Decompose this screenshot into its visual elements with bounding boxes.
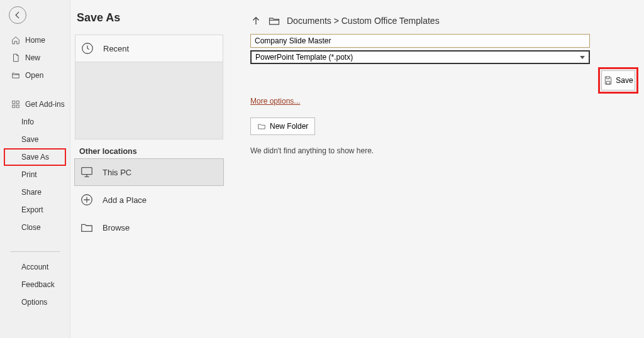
nav-label: Open — [25, 71, 43, 80]
nav-new[interactable]: New — [0, 49, 70, 67]
arrow-up-icon — [250, 15, 262, 26]
locations-column: Save As Recent Other locations This PC A… — [70, 0, 231, 338]
nav-label: Home — [25, 36, 45, 45]
nav-label: Feedback — [21, 280, 55, 289]
browse-folder-icon — [80, 221, 94, 234]
svg-rect-2 — [13, 105, 15, 107]
empty-folder-message: We didn't find anything to show here. — [250, 146, 635, 155]
nav-save-as[interactable]: Save As — [4, 148, 66, 166]
clock-icon — [80, 41, 94, 55]
nav-label: Account — [21, 263, 48, 271]
nav-info[interactable]: Info — [0, 113, 70, 131]
nav-save[interactable]: Save — [0, 131, 70, 148]
folder-icon — [257, 122, 266, 131]
nav-label: Share — [21, 188, 42, 197]
location-browse[interactable]: Browse — [74, 214, 224, 241]
svg-rect-0 — [13, 101, 15, 104]
nav-label: Print — [21, 170, 37, 179]
backstage-sidebar: Home New Open Get Add-ins Info Save Save… — [0, 0, 70, 338]
nav-label: Info — [21, 117, 34, 126]
new-folder-button[interactable]: New Folder — [250, 117, 315, 135]
nav-label: Save As — [21, 153, 49, 161]
nav-label: Export — [21, 205, 43, 214]
nav-divider — [10, 251, 60, 252]
page-title: Save As — [77, 11, 224, 25]
more-options-link[interactable]: More options... — [250, 97, 300, 106]
svg-rect-1 — [16, 101, 19, 104]
nav-export[interactable]: Export — [0, 201, 70, 219]
nav-label: Get Add-ins — [25, 100, 65, 109]
location-label: Browse — [103, 223, 130, 232]
addins-icon — [11, 100, 20, 109]
new-file-icon — [11, 53, 20, 62]
open-folder-icon — [11, 71, 20, 80]
back-button[interactable] — [9, 6, 26, 24]
save-button[interactable]: Save — [601, 70, 635, 90]
breadcrumb-folder[interactable] — [268, 14, 280, 27]
save-button-label: Save — [616, 76, 633, 85]
nav-feedback[interactable]: Feedback — [0, 276, 70, 293]
location-add-place[interactable]: Add a Place — [74, 186, 224, 214]
location-label: Add a Place — [103, 195, 147, 205]
nav-print[interactable]: Print — [0, 166, 70, 183]
location-recent[interactable]: Recent — [75, 35, 223, 62]
filetype-value: PowerPoint Template (*.potx) — [255, 53, 353, 62]
nav-label: Save — [21, 135, 38, 144]
nav-open[interactable]: Open — [0, 67, 70, 84]
nav-options[interactable]: Options — [0, 293, 70, 311]
svg-rect-3 — [16, 105, 19, 107]
svg-rect-5 — [82, 168, 92, 175]
nav-label: Close — [21, 223, 41, 232]
nav-get-addins[interactable]: Get Add-ins — [0, 95, 70, 113]
arrow-left-icon — [13, 11, 22, 19]
location-label: This PC — [103, 168, 131, 177]
breadcrumb-path[interactable]: Documents > Custom Office Templates — [287, 16, 440, 26]
other-locations-label: Other locations — [79, 147, 224, 156]
home-icon — [11, 36, 20, 45]
nav-label: New — [25, 53, 40, 62]
nav-home[interactable]: Home — [0, 31, 70, 49]
breadcrumb: Documents > Custom Office Templates — [250, 11, 635, 30]
folder-open-icon — [268, 14, 280, 27]
filetype-select[interactable]: PowerPoint Template (*.potx) — [250, 50, 590, 64]
this-pc-icon — [80, 165, 94, 179]
add-place-icon — [80, 193, 94, 207]
location-this-pc[interactable]: This PC — [74, 158, 224, 186]
new-folder-label: New Folder — [270, 122, 308, 131]
filename-input[interactable] — [250, 34, 590, 48]
recent-preview-area — [75, 62, 223, 139]
nav-label: Options — [21, 298, 47, 307]
nav-close[interactable]: Close — [0, 219, 70, 236]
nav-account[interactable]: Account — [0, 258, 70, 276]
location-label: Recent — [103, 44, 129, 53]
save-disk-icon — [603, 75, 613, 85]
nav-share[interactable]: Share — [0, 183, 70, 201]
nav-up-button[interactable] — [250, 15, 262, 26]
main-panel: Documents > Custom Office Templates Powe… — [231, 0, 644, 338]
